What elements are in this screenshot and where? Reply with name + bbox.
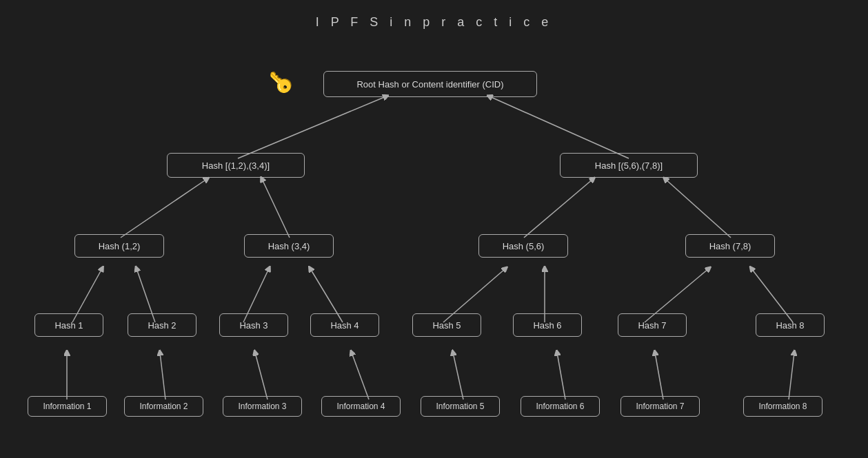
info3-node: Information 3 xyxy=(223,396,302,417)
right-mid-node: Hash [(5,6),(7,8)] xyxy=(560,153,698,178)
svg-line-1 xyxy=(238,96,386,158)
svg-line-4 xyxy=(262,179,290,238)
svg-line-19 xyxy=(453,353,463,399)
svg-line-2 xyxy=(489,96,629,158)
svg-line-6 xyxy=(665,179,731,238)
svg-line-18 xyxy=(352,353,369,399)
hash1-node: Hash 1 xyxy=(34,313,103,337)
h56-node: Hash (5,6) xyxy=(478,234,568,258)
diagram-arrows xyxy=(0,0,868,458)
h12-node: Hash (1,2) xyxy=(74,234,164,258)
svg-line-21 xyxy=(655,353,663,399)
hash2-node: Hash 2 xyxy=(128,313,196,337)
info5-node: Information 5 xyxy=(421,396,500,417)
info2-node: Information 2 xyxy=(124,396,203,417)
h34-node: Hash (3,4) xyxy=(244,234,334,258)
h78-node: Hash (7,8) xyxy=(685,234,775,258)
hash7-node: Hash 7 xyxy=(618,313,687,337)
hash5-node: Hash 5 xyxy=(412,313,481,337)
page-title: I P F S i n p r a c t i c e xyxy=(0,0,868,30)
svg-line-22 xyxy=(789,353,794,399)
svg-line-3 xyxy=(121,179,207,238)
hash8-node: Hash 8 xyxy=(756,313,825,337)
svg-line-20 xyxy=(557,353,565,399)
info7-node: Information 7 xyxy=(620,396,700,417)
info8-node: Information 8 xyxy=(743,396,822,417)
hash6-node: Hash 6 xyxy=(513,313,582,337)
svg-line-5 xyxy=(524,179,593,238)
info6-node: Information 6 xyxy=(521,396,600,417)
info1-node: Information 1 xyxy=(28,396,107,417)
root-node: Root Hash or Content identifier (CID) xyxy=(323,71,537,97)
svg-line-16 xyxy=(160,353,165,399)
key-icon: 🔑 xyxy=(269,71,293,94)
svg-line-17 xyxy=(255,353,268,399)
left-mid-node: Hash [(1,2),(3,4)] xyxy=(167,153,305,178)
hash4-node: Hash 4 xyxy=(310,313,379,337)
info4-node: Information 4 xyxy=(321,396,401,417)
hash3-node: Hash 3 xyxy=(219,313,288,337)
